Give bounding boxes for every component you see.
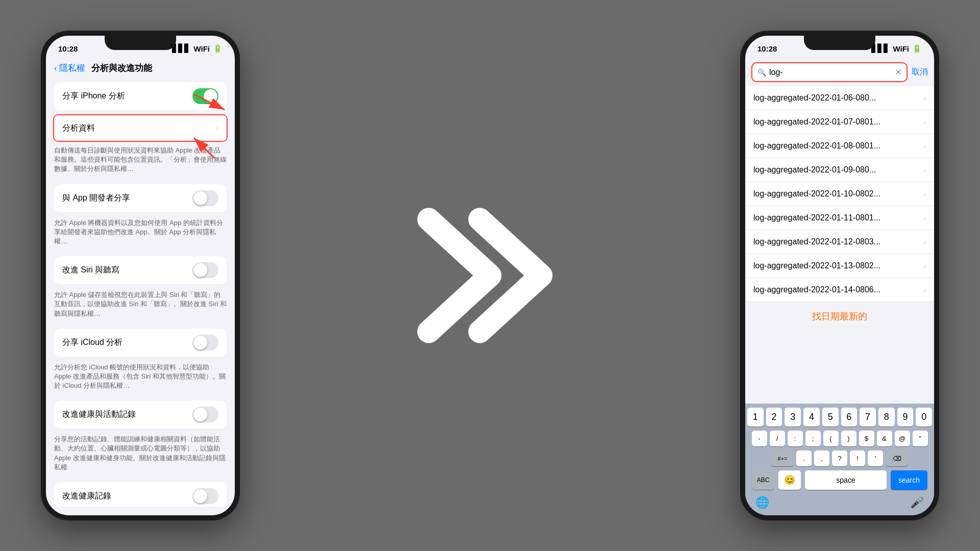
file-row-8[interactable]: log-aggregated-2022-01-14-0806... › [745,278,934,302]
file-name-1: log-aggregated-2022-01-07-0801... [753,117,880,127]
app-developers-toggle[interactable] [192,190,218,206]
file-row-1[interactable]: log-aggregated-2022-01-07-0801... › [745,110,934,134]
icloud-row[interactable]: 分享 iCloud 分析 [54,329,227,357]
key-abc[interactable]: ABC [752,470,774,490]
key-close-paren[interactable]: ) [841,431,856,446]
toggle-thumb-3 [193,263,207,277]
file-row-7[interactable]: log-aggregated-2022-01-13-0802... › [745,254,934,278]
back-button[interactable]: ‹ 隱私權 [54,62,85,74]
file-row-6[interactable]: log-aggregated-2022-01-12-0803... › [745,230,934,254]
key-apostrophe[interactable]: ' [868,450,883,466]
cancel-button[interactable]: 取消 [912,67,928,78]
double-chevron-svg [398,194,582,357]
siri-toggle[interactable] [192,262,218,278]
key-ampersand[interactable]: & [877,431,892,446]
key-slash[interactable]: / [770,431,785,446]
back-chevron-icon: ‹ [54,63,57,73]
key-more-symbols[interactable]: #+= [771,450,794,466]
health-records-toggle[interactable] [192,488,218,504]
key-period[interactable]: . [796,450,812,466]
key-6[interactable]: 6 [841,408,857,427]
share-iphone-toggle[interactable] [192,88,218,104]
search-bar-container: 🔍 log- ✕ 取消 [745,58,934,86]
toggle-thumb [204,89,217,103]
key-9[interactable]: 9 [897,408,914,427]
battery-icon-right: 🔋 [912,44,922,53]
toggle-thumb-4 [193,336,207,349]
key-open-paren[interactable]: ( [823,431,839,446]
key-4[interactable]: 4 [803,408,820,427]
analytics-chevron-icon: › [216,124,218,132]
key-emoji[interactable]: 😊 [778,470,801,490]
file-name-3: log-aggregated-2022-01-09-080... [753,165,876,174]
key-space[interactable]: space [805,470,887,490]
file-row-4[interactable]: log-aggregated-2022-01-10-0802... › [745,182,934,206]
toggle-thumb-2 [193,191,207,205]
share-iphone-row[interactable]: 分享 iPhone 分析 [54,82,227,110]
analytics-data-row[interactable]: 分析資料 › [54,115,227,141]
key-backspace[interactable]: ⌫ [886,450,908,466]
icloud-toggle[interactable] [192,335,218,350]
search-magnifier-icon: 🔍 [757,68,766,77]
key-exclaim[interactable]: ! [850,450,865,466]
health-label: 改進健康與活動記錄 [62,409,136,420]
key-dollar[interactable]: $ [859,431,874,446]
key-quote[interactable]: " [913,431,928,446]
file-chevron-5: › [924,214,926,222]
file-row-3[interactable]: log-aggregated-2022-01-09-080... › [745,158,934,182]
health-toggle[interactable] [192,407,218,422]
search-input-box[interactable]: 🔍 log- ✕ [751,62,908,82]
left-iphone-wrapper: 10:28 ▋▋▋ WiFi 🔋 ‹ 隱私權 分析與改進功能 [41,31,240,520]
file-chevron-4: › [924,190,926,198]
notch-left [105,36,176,50]
key-semicolon[interactable]: ; [805,431,821,446]
key-question[interactable]: ? [832,450,847,466]
file-list: log-aggregated-2022-01-06-080... › log-a… [745,86,934,302]
status-icons-left: ▋▋▋ WiFi 🔋 [172,44,223,53]
globe-icon[interactable]: 🌐 [755,496,769,509]
search-clear-icon[interactable]: ✕ [895,67,901,77]
back-label[interactable]: 隱私權 [59,62,85,74]
status-icons-right: ▋▋▋ WiFi 🔋 [871,44,922,53]
key-at[interactable]: @ [895,431,910,446]
key-comma[interactable]: , [814,450,829,466]
file-row-0[interactable]: log-aggregated-2022-01-06-080... › [745,86,934,110]
analytics-data-label: 分析資料 [62,123,95,134]
search-button[interactable]: search [891,470,927,490]
key-1[interactable]: 1 [747,408,764,427]
app-developers-group: 與 App 開發者分享 [54,184,227,212]
key-colon[interactable]: : [788,431,803,446]
file-chevron-7: › [924,262,926,270]
icloud-desc: 允許分析您 iCloud 帳號的使用狀況和資料，以便協助 Apple 改進產品和… [46,361,235,397]
app-developers-row[interactable]: 與 App 開發者分享 [54,184,227,212]
share-iphone-label: 分享 iPhone 分析 [62,91,125,102]
key-2[interactable]: 2 [766,408,782,427]
file-chevron-3: › [924,166,926,174]
mic-icon[interactable]: 🎤 [910,496,924,509]
siri-desc: 允許 Apple 儲存並檢視您在此裝置上與 Siri 和「聽寫」的互動音訊，以便… [46,288,235,324]
file-row-2[interactable]: log-aggregated-2022-01-08-0801... › [745,134,934,158]
key-0[interactable]: 0 [916,408,932,427]
file-name-5: log-aggregated-2022-01-11-0801... [753,213,880,222]
wifi-icon-right: WiFi [893,44,909,53]
symbols-row-2: #+= . , ? ! ' ⌫ [747,450,932,466]
key-7[interactable]: 7 [860,408,876,427]
key-5[interactable]: 5 [822,408,839,427]
key-8[interactable]: 8 [878,408,895,427]
health-row[interactable]: 改進健康與活動記錄 [54,400,227,429]
analytics-description: 自動傳送每日診斷與使用狀況資料來協助 Apple 改進產品和服務。這些資料可能包… [46,144,235,180]
file-chevron-8: › [924,286,926,294]
left-iphone: 10:28 ▋▋▋ WiFi 🔋 ‹ 隱私權 分析與改進功能 [41,31,240,520]
file-chevron-1: › [924,118,926,126]
key-dash[interactable]: - [752,431,767,446]
health-records-row[interactable]: 改進健康記錄 [54,482,227,507]
symbols-row-1: - / : ; ( ) $ & @ " [747,431,932,446]
keyboard: 1 2 3 4 5 6 7 8 9 0 - / : ; ( [745,404,934,515]
app-developers-label: 與 App 開發者分享 [62,193,130,204]
key-3[interactable]: 3 [785,408,801,427]
siri-row[interactable]: 改進 Siri 與聽寫 [54,256,227,284]
file-row-5[interactable]: log-aggregated-2022-01-11-0801... › [745,206,934,230]
search-input[interactable]: log- [769,68,892,77]
right-iphone-wrapper: 10:28 ▋▋▋ WiFi 🔋 🔍 log- ✕ 取消 lo [740,31,939,520]
file-name-6: log-aggregated-2022-01-12-0803... [753,237,880,246]
